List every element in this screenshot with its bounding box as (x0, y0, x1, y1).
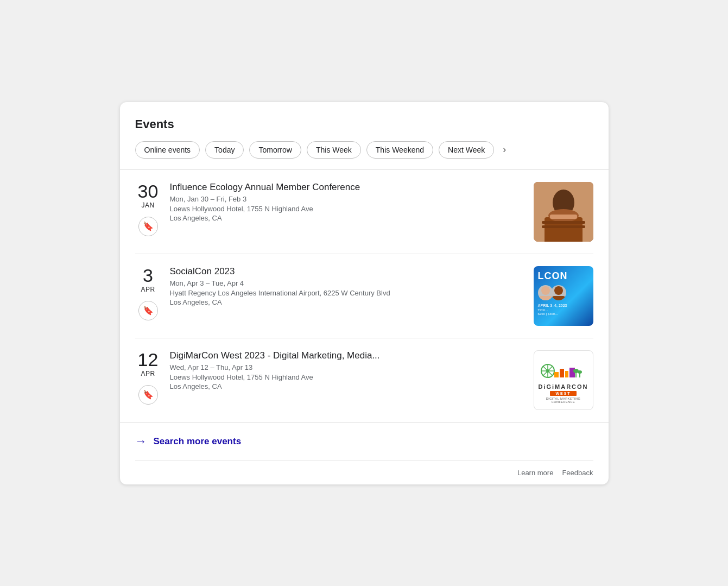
learn-more-link[interactable]: Learn more (517, 469, 553, 477)
svg-point-7 (541, 286, 550, 295)
svg-rect-6 (542, 225, 585, 228)
events-card: Events Online events Today Tomorrow This… (120, 102, 609, 484)
bookmark-icon-3: 🔖 (143, 389, 154, 400)
event-location-3: Loews Hollywood Hotel, 1755 N Highland A… (170, 373, 525, 381)
page-title: Events (135, 117, 593, 131)
event-image-2: LCON APRIL 3–4, 2023 TICK... $200 | $300… (534, 266, 593, 326)
event-item-2[interactable]: 3 APR 🔖 SocialCon 2023 Mon, Apr 3 – Tue,… (135, 254, 593, 338)
event-location-1: Loews Hollywood Hotel, 1755 N Highland A… (170, 205, 525, 213)
bookmark-button-1[interactable]: 🔖 (138, 217, 158, 236)
svg-rect-5 (542, 221, 585, 224)
event-dates-1: Mon, Jan 30 – Fri, Feb 3 (170, 195, 525, 203)
svg-rect-8 (539, 296, 552, 300)
search-more-label: Search more events (154, 436, 242, 447)
svg-rect-20 (569, 368, 575, 377)
feedback-link[interactable]: Feedback (562, 469, 593, 477)
svg-rect-19 (565, 371, 568, 377)
bookmark-button-3[interactable]: 🔖 (138, 385, 158, 405)
svg-rect-10 (552, 296, 565, 300)
bookmark-button-2[interactable]: 🔖 (138, 301, 158, 320)
bookmark-icon-2: 🔖 (143, 305, 154, 316)
filter-this-week[interactable]: This Week (307, 141, 361, 159)
bookmark-icon-1: 🔖 (143, 221, 154, 231)
search-arrow-icon: → (135, 434, 147, 449)
event-dates-2: Mon, Apr 3 – Tue, Apr 4 (170, 279, 525, 287)
event-city-1: Los Angeles, CA (170, 214, 525, 222)
filter-online-events[interactable]: Online events (135, 141, 200, 159)
event-item-3[interactable]: 12 APR 🔖 DigiMarCon West 2023 - Digital … (135, 338, 593, 422)
event-dates-3: Wed, Apr 12 – Thu, Apr 13 (170, 363, 525, 371)
filter-tomorrow[interactable]: Tomorrow (249, 141, 301, 159)
event-day-1: 30 (138, 182, 159, 200)
event-name-3: DigiMarCon West 2023 - Digital Marketing… (170, 350, 525, 361)
event-day-2: 3 (143, 266, 153, 285)
filter-today[interactable]: Today (205, 141, 244, 159)
event-info-2: SocialCon 2023 Mon, Apr 3 – Tue, Apr 4 H… (170, 266, 525, 306)
filter-scroll-right[interactable]: › (499, 142, 509, 157)
event-date-3: 12 APR 🔖 (135, 350, 161, 405)
event-image-1 (534, 182, 593, 242)
svg-point-24 (578, 370, 582, 374)
event-month-1: JAN (141, 201, 154, 209)
filter-this-weekend[interactable]: This Weekend (366, 141, 433, 159)
event-name-2: SocialCon 2023 (170, 266, 525, 277)
event-info-3: DigiMarCon West 2023 - Digital Marketing… (170, 350, 525, 390)
search-more-link[interactable]: → Search more events (135, 423, 593, 461)
svg-rect-18 (560, 369, 564, 377)
bottom-links: Learn more Feedback (135, 461, 593, 484)
svg-point-9 (554, 286, 563, 295)
event-item-1[interactable]: 30 JAN 🔖 Influence Ecology Annual Member… (135, 170, 593, 254)
event-info-1: Influence Ecology Annual Member Conferen… (170, 182, 525, 222)
event-date-1: 30 JAN 🔖 (135, 182, 161, 236)
filter-next-week[interactable]: Next Week (439, 141, 494, 159)
filter-bar: Online events Today Tomorrow This Week T… (135, 141, 593, 159)
event-image-3: DiGiMARCON WEST DIGITAL MARKETING CONFER… (534, 350, 593, 410)
event-city-2: Los Angeles, CA (170, 298, 525, 306)
event-day-3: 12 (138, 350, 159, 369)
event-month-2: APR (141, 286, 155, 293)
event-name-1: Influence Ecology Annual Member Conferen… (170, 182, 525, 193)
event-city-3: Los Angeles, CA (170, 382, 525, 390)
chevron-right-icon: › (503, 144, 506, 155)
event-month-3: APR (141, 370, 155, 377)
event-date-2: 3 APR 🔖 (135, 266, 161, 320)
event-location-2: Hyatt Regency Los Angeles International … (170, 289, 525, 297)
svg-rect-17 (554, 372, 559, 377)
svg-rect-4 (550, 215, 577, 219)
event-list: 30 JAN 🔖 Influence Ecology Annual Member… (135, 170, 593, 422)
